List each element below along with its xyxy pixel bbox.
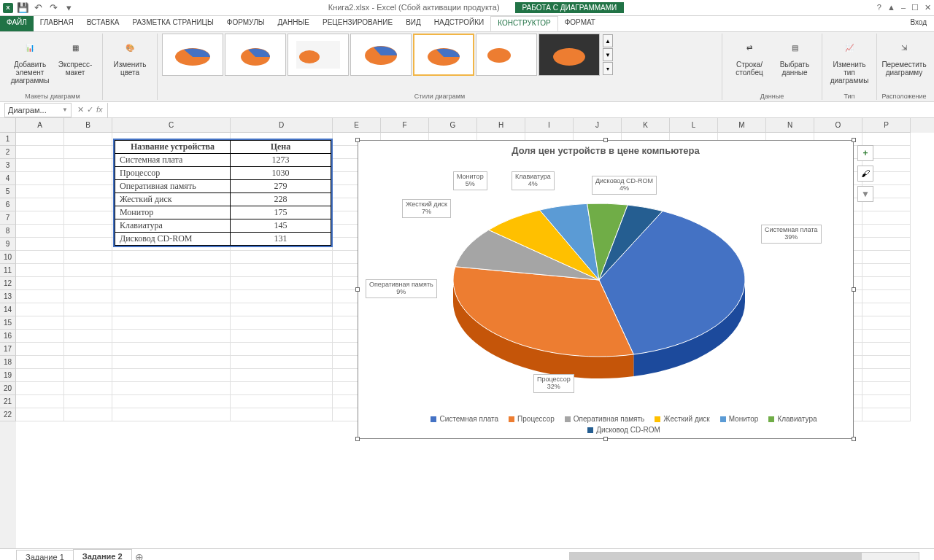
tab-вставка[interactable]: ВСТАВКА <box>80 16 126 31</box>
horizontal-scrollbar[interactable] <box>147 552 934 561</box>
column-header[interactable]: O <box>814 118 862 133</box>
gallery-more-icon[interactable]: ▾ <box>603 62 613 75</box>
cell[interactable] <box>231 316 333 330</box>
cell[interactable] <box>112 369 231 382</box>
name-box[interactable]: Диаграм...▼ <box>4 103 72 117</box>
cell[interactable] <box>64 264 112 277</box>
table-cell-value[interactable]: 131 <box>231 233 331 246</box>
cell[interactable] <box>862 238 911 251</box>
cell[interactable] <box>16 172 64 185</box>
cell[interactable] <box>64 316 112 330</box>
row-header[interactable]: 15 <box>0 316 16 330</box>
cell[interactable] <box>231 369 333 382</box>
select-all-button[interactable] <box>0 118 16 133</box>
chart-style-6[interactable] <box>476 34 537 76</box>
select-data-button[interactable]: ▤Выбрать данные <box>772 34 817 79</box>
tab-главная[interactable]: ГЛАВНАЯ <box>34 16 80 31</box>
cell[interactable] <box>862 395 911 408</box>
row-header[interactable]: 14 <box>0 303 16 316</box>
cell[interactable] <box>112 408 231 421</box>
cell[interactable] <box>862 303 911 316</box>
cell[interactable] <box>231 277 333 290</box>
tab-формулы[interactable]: ФОРМУЛЫ <box>220 16 271 31</box>
cell[interactable] <box>231 356 333 369</box>
maximize-icon[interactable]: ☐ <box>911 3 919 12</box>
change-colors-button[interactable]: 🎨Изменить цвета <box>107 34 153 79</box>
cell[interactable] <box>16 185 64 198</box>
row-header[interactable]: 10 <box>0 251 16 264</box>
row-header[interactable]: 6 <box>0 198 16 211</box>
chart-elements-button[interactable]: + <box>857 145 873 161</box>
data-callout[interactable]: Клавиатура4% <box>512 171 555 190</box>
cell[interactable] <box>64 211 112 225</box>
cell[interactable] <box>231 264 333 277</box>
cell[interactable] <box>112 264 231 277</box>
row-header[interactable]: 1 <box>0 133 16 146</box>
save-icon[interactable]: 💾 <box>16 1 29 15</box>
column-header[interactable]: M <box>718 118 766 133</box>
column-header[interactable]: I <box>525 118 574 133</box>
chart-style-3[interactable] <box>287 34 349 76</box>
legend-item[interactable]: Клавиатура <box>768 415 817 423</box>
table-cell-name[interactable]: Оперативная память <box>115 180 231 193</box>
row-header[interactable]: 18 <box>0 356 16 369</box>
legend-item[interactable]: Системная плата <box>431 415 498 423</box>
cell[interactable] <box>64 225 112 238</box>
undo-icon[interactable]: ↶ <box>31 1 45 15</box>
redo-icon[interactable]: ↷ <box>47 1 60 15</box>
table-cell-name[interactable]: Системная плата <box>115 154 231 167</box>
cell[interactable] <box>862 408 911 421</box>
cell[interactable] <box>16 251 64 264</box>
cell[interactable] <box>16 330 64 343</box>
chart-legend[interactable]: Системная платаПроцессорОперативная памя… <box>402 415 846 434</box>
column-header[interactable]: K <box>622 118 670 133</box>
cell[interactable] <box>64 185 112 198</box>
cell[interactable] <box>112 316 231 330</box>
cell[interactable] <box>16 225 64 238</box>
row-header[interactable]: 12 <box>0 277 16 290</box>
cell[interactable] <box>862 264 911 277</box>
cell[interactable] <box>231 330 333 343</box>
legend-item[interactable]: Оперативная память <box>565 415 644 423</box>
tab-file[interactable]: ФАЙЛ <box>0 16 34 31</box>
cell[interactable] <box>16 264 64 277</box>
chart-style-1[interactable] <box>162 34 223 76</box>
table-cell-name[interactable]: Процессор <box>115 167 231 180</box>
cell[interactable] <box>16 408 64 421</box>
tab-рецензирование[interactable]: РЕЦЕНЗИРОВАНИЕ <box>316 16 399 31</box>
cell[interactable] <box>16 356 64 369</box>
cell[interactable] <box>231 290 333 303</box>
row-header[interactable]: 19 <box>0 369 16 382</box>
minimize-icon[interactable]: – <box>901 3 906 12</box>
cell[interactable] <box>16 277 64 290</box>
table-cell-value[interactable]: 175 <box>231 206 331 219</box>
tab-конструктор[interactable]: КОНСТРУКТОР <box>490 16 557 31</box>
tab-вид[interactable]: ВИД <box>399 16 428 31</box>
cell[interactable] <box>231 408 333 421</box>
table-cell-value[interactable]: 1273 <box>231 154 331 167</box>
cell[interactable] <box>862 382 911 395</box>
data-callout[interactable]: Монитор5% <box>453 171 487 190</box>
row-header[interactable]: 3 <box>0 159 16 172</box>
cell[interactable] <box>862 330 911 343</box>
help-icon[interactable]: ? <box>877 3 881 12</box>
data-callout[interactable]: Жесткий диск7% <box>402 199 451 218</box>
cell[interactable] <box>64 369 112 382</box>
data-callout[interactable]: Системная плата39% <box>761 225 822 244</box>
chart-style-7[interactable] <box>539 34 600 76</box>
tab-данные[interactable]: ДАННЫЕ <box>271 16 316 31</box>
data-callout[interactable]: Оперативная память9% <box>366 279 437 298</box>
row-header[interactable]: 20 <box>0 382 16 395</box>
quick-layout-button[interactable]: ▦Экспресс-макет <box>53 34 98 87</box>
cell[interactable] <box>862 225 911 238</box>
cell[interactable] <box>112 356 231 369</box>
data-table-range[interactable]: Название устройстваЦена Системная плата1… <box>113 139 333 247</box>
row-header[interactable]: 22 <box>0 408 16 421</box>
legend-item[interactable]: Процессор <box>509 415 555 423</box>
cell[interactable] <box>112 330 231 343</box>
sheet-tab-1[interactable]: Задание 1 <box>16 550 74 560</box>
column-header[interactable]: B <box>64 118 112 133</box>
cell[interactable] <box>64 343 112 356</box>
row-header[interactable]: 9 <box>0 238 16 251</box>
cancel-formula-icon[interactable]: ✕ <box>77 105 84 114</box>
